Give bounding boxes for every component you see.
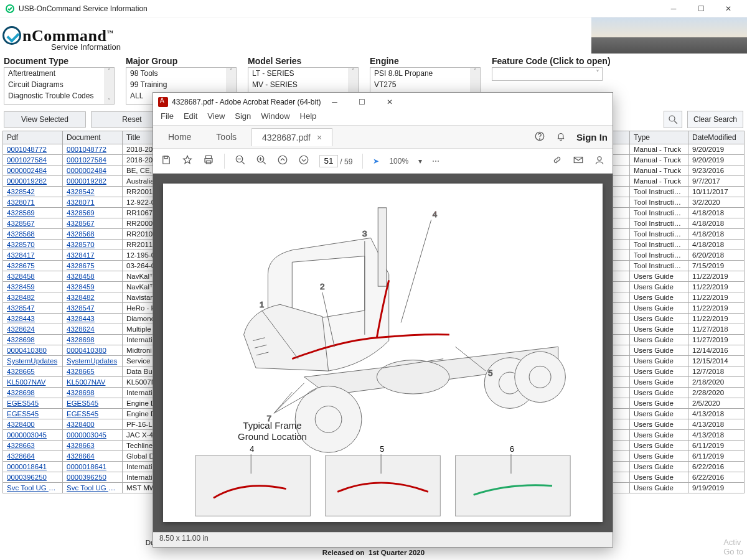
cell-doc[interactable]: 4328664 (63, 451, 123, 462)
account-icon[interactable] (594, 154, 605, 167)
cell-pdf[interactable]: EGES545 (3, 398, 63, 409)
col-doc[interactable]: Document (63, 131, 123, 144)
cell-pdf[interactable]: 4328542 (3, 187, 63, 197)
help-icon[interactable] (534, 131, 545, 144)
close-button[interactable]: ✕ (715, 0, 742, 17)
cell-doc[interactable]: 4328570 (63, 240, 123, 250)
cell-doc[interactable]: 4328542 (63, 187, 123, 197)
cell-pdf[interactable]: 0000003045 (3, 430, 63, 441)
zoom-value[interactable]: 100% (389, 157, 408, 166)
cell-pdf[interactable]: EGES545 (3, 409, 63, 419)
cell-pdf[interactable]: 4328698 (3, 335, 63, 345)
cell-pdf[interactable]: 4328675 (3, 261, 63, 271)
clear-search-button[interactable]: Clear Search (687, 111, 743, 128)
cell-doc[interactable]: 0000018641 (63, 462, 123, 472)
page-current-input[interactable] (319, 155, 338, 167)
cell-doc[interactable]: KL5007NAV (63, 377, 123, 388)
cell-doc[interactable]: 0000396250 (63, 472, 123, 483)
cell-doc[interactable]: 4328698 (63, 388, 123, 398)
cell-doc[interactable]: 4328459 (63, 282, 123, 292)
zoom-out-icon[interactable] (235, 154, 246, 167)
cell-doc[interactable]: 4328417 (63, 250, 123, 261)
cell-pdf[interactable]: 0001027584 (3, 155, 63, 166)
cell-pdf[interactable]: 4328568 (3, 229, 63, 240)
reader-tab-tools[interactable]: Tools (206, 128, 247, 146)
cell-doc[interactable]: 4328458 (63, 271, 123, 282)
cell-pdf[interactable]: 4328400 (3, 419, 63, 430)
filter-feature-input[interactable]: ˅ (492, 67, 603, 81)
minimize-button[interactable]: ─ (660, 0, 687, 17)
zoom-dropdown-icon[interactable]: ▾ (418, 157, 422, 166)
cell-pdf[interactable]: Svc Tool UG Deale (3, 483, 63, 493)
reader-menu-sign[interactable]: Sign (235, 111, 251, 125)
cell-pdf[interactable]: 4328567 (3, 218, 63, 229)
cell-pdf[interactable]: 4328665 (3, 366, 63, 377)
cell-pdf[interactable]: SystemUpdates (3, 356, 63, 366)
cell-doc[interactable]: 0001027584 (63, 155, 123, 166)
cell-doc[interactable]: 0000019282 (63, 176, 123, 187)
cell-pdf[interactable]: 4328698 (3, 388, 63, 398)
reader-menu-view[interactable]: View (207, 111, 225, 125)
print-icon[interactable] (203, 154, 214, 167)
share-link-icon[interactable] (552, 154, 563, 167)
cell-doc[interactable]: 4328663 (63, 441, 123, 451)
col-date[interactable]: DateModified (688, 131, 745, 144)
cell-doc[interactable]: 4328443 (63, 314, 123, 324)
reader-menu-help[interactable]: Help (300, 111, 317, 125)
reader-tab-home[interactable]: Home (158, 128, 201, 146)
page-down-icon[interactable] (298, 154, 309, 167)
cell-pdf[interactable]: 0000018641 (3, 462, 63, 472)
bell-icon[interactable] (555, 131, 566, 144)
reader-maximize-button[interactable]: ☐ (349, 93, 376, 111)
cell-pdf[interactable]: 4328570 (3, 240, 63, 250)
cell-pdf[interactable]: 0000002484 (3, 166, 63, 176)
cell-doc[interactable]: 4328569 (63, 208, 123, 218)
pointer-icon[interactable]: ➤ (373, 157, 379, 166)
cell-pdf[interactable]: 0000019282 (3, 176, 63, 187)
cell-doc[interactable]: 4328675 (63, 261, 123, 271)
cell-doc[interactable]: SystemUpdates (63, 356, 123, 366)
cell-doc[interactable]: 0000002484 (63, 166, 123, 176)
cell-pdf[interactable]: 4328443 (3, 314, 63, 324)
cell-doc[interactable]: 4328624 (63, 324, 123, 335)
reader-menu-edit[interactable]: Edit (184, 111, 197, 125)
reader-minimize-button[interactable]: ─ (321, 93, 349, 111)
cell-doc[interactable]: 4328547 (63, 303, 123, 314)
maximize-button[interactable]: ☐ (687, 0, 715, 17)
reader-signin-button[interactable]: Sign In (576, 132, 608, 142)
cell-doc[interactable]: Svc Tool UG Deale (63, 483, 123, 493)
cell-doc[interactable]: 4328568 (63, 229, 123, 240)
reader-tab-close-icon[interactable]: × (317, 133, 322, 142)
reader-menu-window[interactable]: Window (261, 111, 289, 125)
cell-pdf[interactable]: 4328624 (3, 324, 63, 335)
cell-doc[interactable]: EGES545 (63, 409, 123, 419)
cell-doc[interactable]: 4328665 (63, 366, 123, 377)
star-icon[interactable] (182, 154, 193, 167)
cell-pdf[interactable]: 4328458 (3, 271, 63, 282)
cell-pdf[interactable]: 0001048772 (3, 144, 63, 155)
reader-menu-file[interactable]: File (161, 111, 174, 125)
col-type[interactable]: Type (630, 131, 688, 144)
search-icon[interactable] (664, 111, 682, 128)
cell-doc[interactable]: EGES545 (63, 398, 123, 409)
cell-doc[interactable]: 4328400 (63, 419, 123, 430)
cell-doc[interactable]: 4328698 (63, 335, 123, 345)
save-icon[interactable] (161, 154, 172, 167)
cell-pdf[interactable]: KL5007NAV (3, 377, 63, 388)
cell-pdf[interactable]: 4328569 (3, 208, 63, 218)
reader-tab-document[interactable]: 4328687.pdf× (251, 128, 332, 146)
cell-doc[interactable]: 0000410380 (63, 345, 123, 356)
cell-pdf[interactable]: 4328071 (3, 197, 63, 208)
page-up-icon[interactable] (277, 154, 288, 167)
reader-page-area[interactable]: 1 2 3 4 5 7 4 5 (153, 174, 613, 532)
cell-doc[interactable]: 0001048772 (63, 144, 123, 155)
cell-pdf[interactable]: 4328482 (3, 292, 63, 303)
cell-doc[interactable]: 0000003045 (63, 430, 123, 441)
cell-doc[interactable]: 4328482 (63, 292, 123, 303)
cell-pdf[interactable]: 4328547 (3, 303, 63, 314)
cell-pdf[interactable]: 4328459 (3, 282, 63, 292)
view-selected-button[interactable]: View Selected (4, 111, 86, 128)
col-pdf[interactable]: Pdf (3, 131, 63, 144)
cell-pdf[interactable]: 0000410380 (3, 345, 63, 356)
zoom-in-icon[interactable] (256, 154, 267, 167)
